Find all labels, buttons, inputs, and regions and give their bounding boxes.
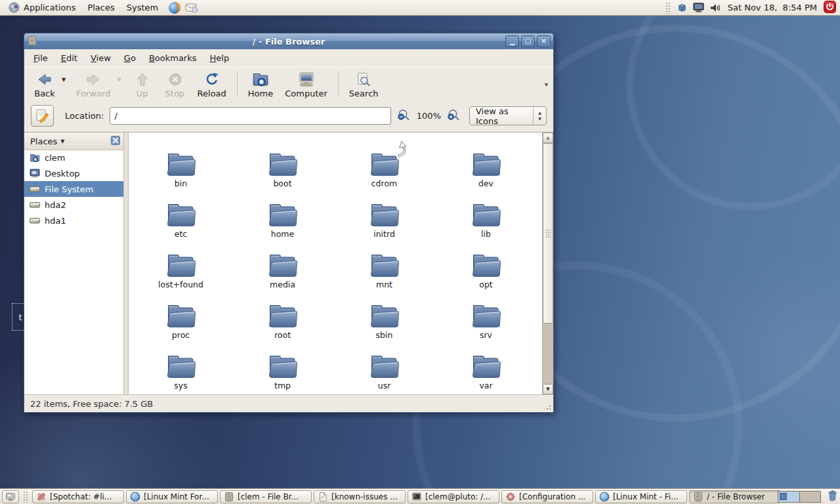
maximize-button[interactable]: ▢ xyxy=(521,35,535,47)
clock[interactable]: Sat Nov 18, 8:54 PM xyxy=(725,3,820,12)
folder-item-usr[interactable]: usr xyxy=(333,353,435,394)
trash-applet[interactable] xyxy=(827,490,838,503)
back-button[interactable]: Back xyxy=(28,70,61,99)
folder-item-mnt[interactable]: mnt xyxy=(333,252,435,303)
task-button-file-browser[interactable]: / - File Browser xyxy=(689,490,781,503)
sidebar-item-desktop[interactable]: Desktop xyxy=(24,165,123,181)
panel-menu-label: System xyxy=(127,3,158,12)
folder-label: home xyxy=(271,229,294,239)
menu-edit[interactable]: Edit xyxy=(56,52,83,64)
menu-go[interactable]: Go xyxy=(119,52,141,64)
location-input[interactable] xyxy=(110,107,390,125)
folder-label: proc xyxy=(172,330,190,340)
sidebar-item-hda1[interactable]: hda1 xyxy=(24,213,123,228)
forward-button[interactable]: Forward xyxy=(70,70,116,99)
power-icon[interactable] xyxy=(824,1,836,13)
menu-view[interactable]: View xyxy=(85,52,116,64)
display-icon[interactable] xyxy=(692,2,705,13)
folder-item-lib[interactable]: lib xyxy=(435,201,537,252)
places-sidebar: Places ▼ clemDesktopFile Systemhda2hda1 xyxy=(24,133,124,394)
task-button-known-issues[interactable]: [known-issues ... xyxy=(314,490,406,503)
task-button-spotchat-li[interactable]: [Spotchat: #li... xyxy=(32,490,124,503)
toolbar-button-label: Stop xyxy=(165,89,185,98)
folder-item-sbin[interactable]: sbin xyxy=(333,303,435,353)
close-button[interactable]: ✕ xyxy=(537,35,551,47)
firefox-icon[interactable] xyxy=(168,1,181,14)
folder-item-home[interactable]: home xyxy=(232,201,333,252)
sidebar-item-clem[interactable]: clem xyxy=(24,150,123,165)
chevron-down-icon: ▼ xyxy=(60,138,64,144)
terminal-icon xyxy=(411,492,422,502)
show-desktop-button[interactable] xyxy=(2,490,19,503)
folder-item-media[interactable]: media xyxy=(232,252,333,303)
forward-history-caret-icon[interactable]: ▼ xyxy=(116,70,125,99)
task-button-configuration[interactable]: [Configuration ... xyxy=(501,490,593,503)
computer-button[interactable]: Computer xyxy=(279,70,333,99)
task-button-clem-pluto[interactable]: [clem@pluto: /... xyxy=(408,490,499,503)
panel-menu-applications[interactable]: Applications xyxy=(3,0,81,16)
tray-drag-handle[interactable] xyxy=(665,2,671,14)
pane-splitter[interactable] xyxy=(124,133,129,394)
sidebar-item-hda2[interactable]: hda2 xyxy=(24,197,123,213)
sidebar-header-select[interactable]: Places ▼ xyxy=(24,133,123,150)
search-button[interactable]: Search xyxy=(343,70,385,99)
folder-item-tmp[interactable]: tmp xyxy=(232,353,333,394)
email-icon[interactable] xyxy=(185,3,198,13)
folder-item-proc[interactable]: proc xyxy=(130,303,232,353)
folder-item-opt[interactable]: opt xyxy=(435,252,537,303)
minimize-button[interactable]: ▁ xyxy=(505,35,519,47)
task-button-linux-mint-for[interactable]: [Linux Mint For... xyxy=(126,490,218,503)
scroll-up-button[interactable]: ▲ xyxy=(543,133,553,143)
location-label: Location: xyxy=(65,111,104,121)
search-doc-icon xyxy=(355,72,372,87)
scroll-track[interactable] xyxy=(543,143,553,384)
back-history-caret-icon[interactable]: ▼ xyxy=(61,70,70,99)
folder-item-var[interactable]: var xyxy=(435,353,537,394)
folder-item-srv[interactable]: srv xyxy=(435,303,537,353)
workspace-1[interactable] xyxy=(778,492,799,502)
up-button[interactable]: Up xyxy=(126,70,159,99)
sidebar-item-file-system[interactable]: File System xyxy=(24,181,123,197)
workspace-2[interactable] xyxy=(799,492,820,502)
zoom-out-icon[interactable] xyxy=(397,108,411,122)
taskbar-drag-handle[interactable] xyxy=(23,491,28,503)
vertical-scrollbar[interactable]: ▲ ▼ xyxy=(542,133,553,394)
folder-item-cdrom[interactable]: cdrom xyxy=(333,151,435,201)
scroll-thumb[interactable] xyxy=(543,143,553,324)
folder-item-dev[interactable]: dev xyxy=(435,151,537,201)
home-button[interactable]: Home xyxy=(242,70,279,99)
reload-button[interactable]: Reload xyxy=(192,70,232,99)
folder-item-sys[interactable]: sys xyxy=(130,353,232,394)
toolbar-overflow-icon[interactable]: ▾ xyxy=(545,81,549,88)
view-mode-spinner-icon[interactable]: ▲▼ xyxy=(533,107,546,125)
folder-item-initrd[interactable]: initrd xyxy=(333,201,435,252)
view-mode-select[interactable]: View as Icons ▲▼ xyxy=(469,106,547,125)
menu-help[interactable]: Help xyxy=(205,52,235,64)
scroll-down-button[interactable]: ▼ xyxy=(543,384,553,394)
workspace-window-thumb xyxy=(780,493,787,500)
panel-menu-system[interactable]: System xyxy=(121,0,164,16)
folder-label: srv xyxy=(480,330,492,340)
folder-icon xyxy=(267,151,299,177)
panel-menu-places[interactable]: Places xyxy=(81,0,120,16)
folder-item-etc[interactable]: etc xyxy=(130,201,232,252)
task-button-title: [clem@pluto: /... xyxy=(425,492,491,501)
menu-bookmarks[interactable]: Bookmarks xyxy=(144,52,202,64)
folder-item-boot[interactable]: boot xyxy=(232,151,333,201)
folder-item-root[interactable]: root xyxy=(232,303,333,353)
resize-grip[interactable] xyxy=(543,402,552,411)
workspace-switcher[interactable] xyxy=(778,491,821,503)
task-button-clem-file-br[interactable]: [clem - File Br... xyxy=(220,490,312,503)
toolbar-button-label: Search xyxy=(349,89,379,98)
folder-item-lost-found[interactable]: lost+found xyxy=(130,252,232,303)
titlebar[interactable]: / - File Browser ▁ ▢ ✕ xyxy=(24,33,553,49)
sidebar-close-button[interactable] xyxy=(111,136,120,147)
folder-item-bin[interactable]: bin xyxy=(130,151,232,201)
volume-icon[interactable] xyxy=(709,3,721,13)
menu-file[interactable]: File xyxy=(28,52,53,64)
stop-button[interactable]: Stop xyxy=(159,70,192,99)
zoom-in-icon[interactable] xyxy=(447,108,461,122)
task-button-linux-mint-fi[interactable]: [Linux Mint - Fi... xyxy=(595,490,687,503)
package-icon[interactable] xyxy=(677,2,688,13)
edit-location-button[interactable] xyxy=(31,105,54,127)
